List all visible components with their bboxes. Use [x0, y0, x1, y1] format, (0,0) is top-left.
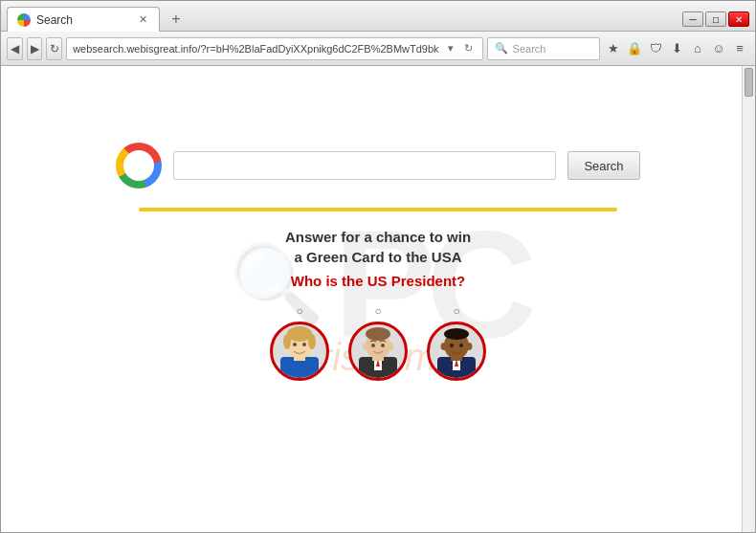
smiley-icon[interactable]: ☺: [709, 39, 728, 58]
maximize-button[interactable]: □: [705, 11, 726, 27]
new-tab-button[interactable]: +: [164, 7, 189, 32]
svg-point-7: [302, 343, 306, 346]
search-button[interactable]: Search: [567, 151, 639, 180]
choice-item-1[interactable]: ○: [270, 304, 329, 381]
search-input[interactable]: [173, 151, 556, 180]
svg-point-13: [366, 327, 390, 341]
svg-point-6: [293, 343, 297, 346]
menu-icon[interactable]: ≡: [730, 39, 749, 58]
svg-point-15: [388, 343, 393, 350]
svg-point-17: [381, 344, 385, 347]
reload-icon[interactable]: ↻: [461, 41, 477, 56]
nav-search-input[interactable]: Search: [513, 43, 593, 55]
svg-point-23: [444, 328, 469, 340]
scrollbar[interactable]: [742, 66, 755, 532]
yellow-bar: [139, 208, 617, 211]
choices-container: ○: [270, 304, 486, 381]
nav-bar: ◀ ▶ ↻ websearch.webisgreat.info/?r=bH%2B…: [1, 32, 755, 66]
choice-item-2[interactable]: ○: [348, 304, 408, 381]
radio-2[interactable]: ○: [374, 304, 381, 318]
back-button[interactable]: ◀: [7, 37, 23, 60]
svg-point-24: [441, 343, 448, 350]
tab-close-button[interactable]: ✕: [137, 13, 149, 26]
address-bar[interactable]: websearch.webisgreat.info/?r=bH%2BlaFadD…: [66, 37, 482, 60]
choice-image-2[interactable]: [348, 322, 408, 381]
svg-point-27: [459, 344, 463, 347]
radio-3[interactable]: ○: [453, 304, 459, 318]
browser-window: Search ✕ + ─ □ ✕ ◀ ▶ ↻ websearch.webisgr…: [0, 0, 756, 533]
choice-item-3[interactable]: ○: [427, 304, 486, 381]
promo-title-line1: Answer for a chance to win a Green Card …: [285, 227, 471, 267]
choice-image-3[interactable]: [427, 322, 486, 381]
forward-button[interactable]: ▶: [27, 37, 43, 60]
svg-point-25: [466, 343, 473, 350]
reload-button[interactable]: ↻: [46, 37, 62, 60]
page-content: 🔍 PC ristrom Search Answer for a chance …: [1, 66, 755, 532]
lock-icon: 🔒: [625, 39, 644, 58]
bookmark-icon[interactable]: ★: [604, 39, 623, 58]
close-button[interactable]: ✕: [728, 11, 749, 27]
address-icons: ▾ ↻: [443, 41, 477, 56]
svg-point-4: [283, 334, 291, 349]
dropdown-icon[interactable]: ▾: [443, 41, 458, 56]
download-icon[interactable]: ⬇: [667, 39, 686, 58]
promo-question: Who is the US President?: [285, 273, 471, 289]
nav-search-bar[interactable]: 🔍 Search: [487, 37, 600, 60]
window-controls: ─ □ ✕: [682, 11, 749, 31]
title-bar: Search ✕ + ─ □ ✕: [1, 1, 755, 32]
right-icons: ★ 🔒 🛡 ⬇ ⌂ ☺ ≡: [604, 39, 749, 58]
person2-svg: [351, 324, 405, 378]
search-section: Search: [116, 143, 639, 189]
choice-image-1[interactable]: [270, 322, 329, 381]
person3-svg: [430, 324, 483, 378]
tab-title: Search: [36, 13, 131, 27]
radio-1[interactable]: ○: [296, 304, 302, 318]
tab-favicon: [17, 13, 31, 27]
search-icon: 🔍: [494, 41, 509, 56]
google-logo: [116, 143, 162, 189]
svg-point-14: [363, 343, 368, 350]
svg-point-16: [371, 344, 375, 347]
person1-svg: [273, 324, 326, 378]
svg-point-5: [308, 334, 316, 349]
scrollbar-thumb[interactable]: [745, 68, 753, 97]
promo-section: Answer for a chance to win a Green Card …: [285, 227, 471, 289]
home-icon[interactable]: ⌂: [688, 39, 707, 58]
svg-point-3: [287, 326, 312, 342]
shield-icon: 🛡: [646, 39, 665, 58]
browser-tab[interactable]: Search ✕: [7, 7, 160, 32]
address-text: websearch.webisgreat.info/?r=bH%2BlaFadD…: [73, 43, 438, 55]
minimize-button[interactable]: ─: [682, 11, 703, 27]
svg-point-26: [450, 344, 454, 347]
